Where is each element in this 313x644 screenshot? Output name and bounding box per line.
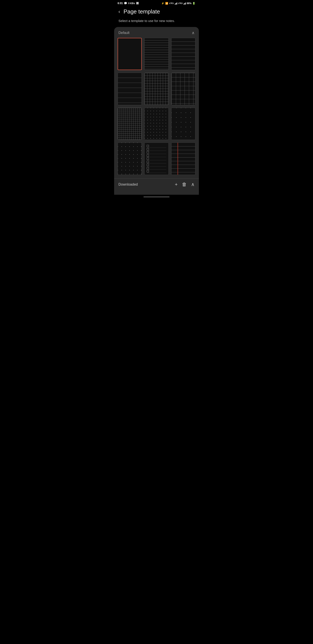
gallery-icon: 🖼 (136, 2, 139, 5)
template-lined-wide2[interactable] (118, 73, 142, 105)
wifi-icon: 📶 (165, 2, 168, 5)
template-cornell[interactable] (171, 142, 195, 175)
page-subtitle: Select a template to use for new notes. (114, 17, 199, 27)
status-left: 6:01 💬 0 KB/s 🖼 (118, 2, 139, 5)
default-section-collapse-button[interactable]: ∧ (192, 30, 195, 35)
checklist-row (147, 144, 166, 148)
signal-bars-1 (175, 2, 177, 4)
template-grid-small[interactable] (144, 73, 168, 105)
downloaded-section-title: Downloaded (118, 182, 138, 186)
battery-percentage: 88% (187, 2, 192, 4)
downloaded-actions: + 🗑 ∧ (175, 182, 195, 187)
template-lined-narrow[interactable] (144, 38, 168, 70)
templates-grid (114, 38, 199, 178)
status-bar: 6:01 💬 0 KB/s 🖼 ⚡ 📶 LTE1 LTE2 88% 🔋 (114, 0, 199, 6)
signal-icon: 0 KB/s (128, 2, 135, 4)
whatsapp-icon: 💬 (124, 2, 127, 5)
nav-indicator (143, 196, 170, 197)
template-dot-large[interactable] (171, 108, 195, 140)
time: 6:01 (118, 2, 123, 5)
template-grid-large[interactable] (171, 73, 195, 105)
back-button[interactable]: ‹ (118, 8, 121, 15)
downloaded-section-bar: Downloaded + 🗑 ∧ (114, 178, 199, 190)
delete-template-button[interactable]: 🗑 (182, 182, 187, 187)
lte1-label: LTE1 (169, 2, 174, 4)
downloaded-section-collapse-button[interactable]: ∧ (191, 182, 195, 187)
checkbox (147, 170, 149, 172)
header: ‹ Page template (114, 6, 199, 17)
status-right: ⚡ 📶 LTE1 LTE2 88% 🔋 (161, 2, 195, 5)
checkbox (147, 164, 149, 166)
page-title: Page template (123, 8, 160, 15)
default-section-header: Default ∧ (114, 27, 199, 38)
checklist-row (147, 164, 166, 167)
checklist-row (147, 167, 166, 170)
template-grid-small2[interactable] (118, 108, 142, 140)
template-lined-wide[interactable] (171, 38, 195, 70)
battery-icon: 🔋 (192, 2, 195, 5)
checkbox (147, 145, 149, 147)
templates-container: Default ∧ (114, 27, 199, 195)
checkbox (147, 167, 149, 169)
template-dot-small[interactable] (144, 108, 168, 140)
checklist-row (147, 154, 166, 157)
bluetooth-icon: ⚡ (161, 2, 164, 5)
checklist-row (147, 160, 166, 164)
checkbox (147, 148, 149, 150)
default-section-title: Default (118, 31, 130, 35)
checklist-row (147, 148, 166, 151)
checkbox (147, 154, 149, 157)
checkbox (147, 158, 149, 160)
template-dot-medium[interactable] (118, 142, 142, 175)
template-blank[interactable] (118, 38, 142, 70)
add-template-button[interactable]: + (175, 182, 178, 187)
lte2-label: LTE2 (178, 2, 183, 4)
signal-bars-2 (183, 2, 186, 4)
checklist-row (147, 151, 166, 154)
checklist-row (147, 157, 166, 160)
checkbox (147, 161, 149, 163)
template-checklist[interactable] (144, 142, 168, 175)
checklist-row (147, 170, 166, 173)
checkbox (147, 151, 149, 154)
